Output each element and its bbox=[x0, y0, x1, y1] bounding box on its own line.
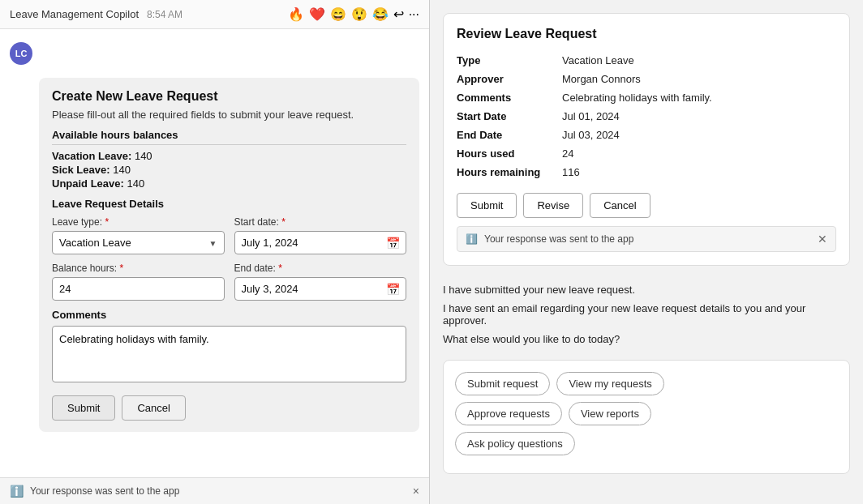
header-icons: 🔥 ❤️ 😄 😲 😂 ↩ ··· bbox=[288, 6, 419, 22]
review-sent-text: Your response was sent to the app bbox=[484, 233, 633, 245]
details-title: Leave Request Details bbox=[52, 198, 406, 210]
chat-msg-3: What else would you like to do today? bbox=[443, 333, 850, 345]
suggestion-ask-policy[interactable]: Ask policy questions bbox=[455, 432, 575, 455]
review-field-label: Approver bbox=[457, 70, 562, 88]
required-star-4: * bbox=[278, 263, 282, 274]
form-buttons: Submit Cancel bbox=[52, 395, 406, 421]
start-date-label: Start date: * bbox=[234, 216, 407, 228]
avatar: LC bbox=[10, 42, 32, 65]
review-table-row: Hours used24 bbox=[457, 144, 836, 163]
start-date-wrapper[interactable]: 📅 bbox=[234, 231, 407, 254]
chat-header: Leave Management Copilot 8:54 AM 🔥 ❤️ 😄 … bbox=[0, 0, 429, 29]
emoji-wow[interactable]: 😲 bbox=[351, 6, 367, 22]
start-date-group: Start date: * 📅 bbox=[234, 216, 407, 254]
balance-sick: Sick Leave: 140 bbox=[52, 164, 406, 176]
left-panel: Leave Management Copilot 8:54 AM 🔥 ❤️ 😄 … bbox=[0, 0, 430, 504]
form-cancel-button[interactable]: Cancel bbox=[122, 395, 185, 421]
undo-icon[interactable]: ↩ bbox=[393, 6, 404, 22]
suggestions-card: Submit request View my requests Approve … bbox=[443, 360, 850, 474]
review-field-value: Celebrating holidays with family. bbox=[562, 88, 836, 107]
leave-type-label: Leave type: * bbox=[52, 216, 225, 228]
form-row-1: Leave type: * Vacation Leave Sick Leave … bbox=[52, 216, 406, 254]
chat-msg-2: I have sent an email regarding your new … bbox=[443, 302, 850, 327]
review-buttons: Submit Revise Cancel bbox=[457, 193, 836, 218]
review-sent-bar: ℹ️ Your response was sent to the app ✕ bbox=[457, 226, 836, 252]
review-table-row: Hours remaining116 bbox=[457, 163, 836, 182]
review-submit-button[interactable]: Submit bbox=[457, 193, 517, 218]
chat-title: Leave Management Copilot bbox=[10, 8, 139, 20]
review-card: Review Leave Request TypeVacation LeaveA… bbox=[443, 13, 850, 266]
review-field-value: Jul 03, 2024 bbox=[562, 126, 836, 144]
chat-messages: I have submitted your new leave request.… bbox=[443, 284, 850, 352]
review-table-row: TypeVacation Leave bbox=[457, 51, 836, 70]
comments-textarea[interactable]: Celebrating holidays with family. bbox=[52, 326, 406, 382]
balances-title: Available hours balances bbox=[52, 129, 406, 145]
review-cancel-button[interactable]: Cancel bbox=[590, 193, 650, 218]
suggestion-row-2: Approve requests View reports bbox=[455, 402, 838, 425]
form-intro: Please fill-out all the required fields … bbox=[52, 109, 406, 121]
required-star-3: * bbox=[119, 263, 123, 274]
review-field-value: Morgan Connors bbox=[562, 70, 836, 88]
leave-type-select[interactable]: Vacation Leave Sick Leave Unpaid Leave bbox=[53, 232, 224, 254]
review-field-label: Type bbox=[457, 51, 562, 70]
review-sent-close[interactable]: ✕ bbox=[818, 233, 827, 246]
emoji-laugh[interactable]: 😂 bbox=[372, 6, 389, 22]
review-field-label: Comments bbox=[457, 88, 562, 107]
leave-type-select-wrapper[interactable]: Vacation Leave Sick Leave Unpaid Leave ▼ bbox=[52, 231, 225, 254]
suggestion-view-reports[interactable]: View reports bbox=[569, 402, 651, 425]
response-sent-bar: ℹ️ Your response was sent to the app × bbox=[0, 477, 429, 504]
comments-label: Comments bbox=[52, 309, 406, 321]
chat-msg-1: I have submitted your new leave request. bbox=[443, 284, 850, 296]
review-field-label: Hours used bbox=[457, 144, 562, 163]
review-field-label: Hours remaining bbox=[457, 163, 562, 182]
emoji-fire[interactable]: 🔥 bbox=[288, 6, 304, 22]
form-row-2: Balance hours: * End date: * 📅 bbox=[52, 263, 406, 301]
balance-hours-label: Balance hours: * bbox=[52, 263, 225, 274]
review-table-row: Start DateJul 01, 2024 bbox=[457, 107, 836, 126]
balance-unpaid: Unpaid Leave: 140 bbox=[52, 177, 406, 190]
review-field-value: 116 bbox=[562, 163, 836, 182]
end-date-input[interactable] bbox=[234, 277, 407, 301]
review-field-label: Start Date bbox=[457, 107, 562, 126]
end-date-label: End date: * bbox=[234, 263, 407, 274]
review-table: TypeVacation LeaveApproverMorgan Connors… bbox=[457, 51, 836, 182]
info-icon-2: ℹ️ bbox=[466, 233, 478, 245]
right-panel: Review Leave Request TypeVacation LeaveA… bbox=[430, 0, 863, 504]
required-star: * bbox=[105, 216, 109, 228]
review-revise-button[interactable]: Revise bbox=[523, 193, 583, 218]
start-date-input[interactable] bbox=[234, 231, 407, 254]
form-submit-button[interactable]: Submit bbox=[52, 395, 115, 421]
more-options-icon[interactable]: ··· bbox=[409, 7, 419, 22]
suggestion-view-my-requests[interactable]: View my requests bbox=[556, 372, 663, 395]
review-field-value: Jul 01, 2024 bbox=[562, 107, 836, 126]
review-table-row: ApproverMorgan Connors bbox=[457, 70, 836, 88]
emoji-smile[interactable]: 😄 bbox=[330, 6, 346, 22]
form-bubble: Create New Leave Request Please fill-out… bbox=[39, 78, 419, 432]
balance-hours-input[interactable] bbox=[52, 277, 225, 301]
balance-vacation: Vacation Leave: 140 bbox=[52, 150, 406, 162]
end-date-wrapper[interactable]: 📅 bbox=[234, 277, 407, 301]
suggestion-approve-requests[interactable]: Approve requests bbox=[455, 402, 562, 425]
response-close-button[interactable]: × bbox=[413, 485, 419, 498]
leave-type-group: Leave type: * Vacation Leave Sick Leave … bbox=[52, 216, 225, 254]
chat-time: 8:54 AM bbox=[147, 9, 182, 20]
review-field-label: End Date bbox=[457, 126, 562, 144]
review-table-row: End DateJul 03, 2024 bbox=[457, 126, 836, 144]
chat-scroll: LC Create New Leave Request Please fill-… bbox=[0, 29, 429, 477]
review-field-value: 24 bbox=[562, 144, 836, 163]
emoji-heart[interactable]: ❤️ bbox=[309, 6, 325, 22]
info-icon: ℹ️ bbox=[10, 485, 24, 498]
review-field-value: Vacation Leave bbox=[562, 51, 836, 70]
required-star-2: * bbox=[281, 216, 286, 228]
form-heading: Create New Leave Request bbox=[52, 89, 406, 104]
suggestion-submit-request[interactable]: Submit request bbox=[455, 372, 550, 395]
end-date-group: End date: * 📅 bbox=[234, 263, 407, 301]
suggestion-row-1: Submit request View my requests bbox=[455, 372, 838, 395]
suggestion-row-3: Ask policy questions bbox=[455, 432, 838, 455]
response-sent-text: Your response was sent to the app bbox=[30, 485, 179, 497]
review-title: Review Leave Request bbox=[457, 27, 836, 41]
review-table-row: CommentsCelebrating holidays with family… bbox=[457, 88, 836, 107]
balance-hours-group: Balance hours: * bbox=[52, 263, 225, 301]
